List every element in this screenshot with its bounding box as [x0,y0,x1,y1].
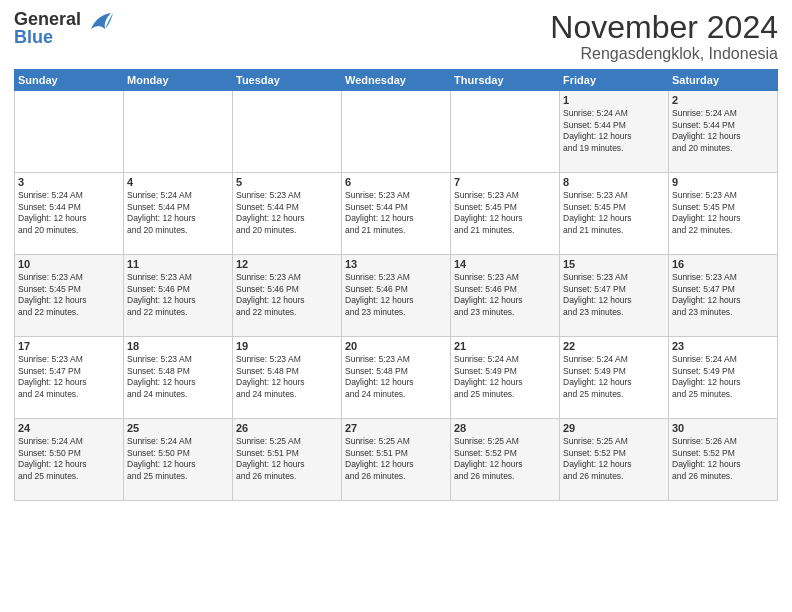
day-info: Sunrise: 5:23 AM Sunset: 5:45 PM Dayligh… [454,190,556,236]
day-info: Sunrise: 5:25 AM Sunset: 5:51 PM Dayligh… [345,436,447,482]
calendar-table: SundayMondayTuesdayWednesdayThursdayFrid… [14,69,778,501]
day-number: 3 [18,176,120,188]
location-title: Rengasdengklok, Indonesia [550,45,778,63]
day-number: 6 [345,176,447,188]
day-number: 8 [563,176,665,188]
day-number: 18 [127,340,229,352]
day-cell: 21Sunrise: 5:24 AM Sunset: 5:49 PM Dayli… [451,337,560,419]
day-number: 14 [454,258,556,270]
week-row-3: 17Sunrise: 5:23 AM Sunset: 5:47 PM Dayli… [15,337,778,419]
day-cell: 29Sunrise: 5:25 AM Sunset: 5:52 PM Dayli… [560,419,669,501]
day-cell: 17Sunrise: 5:23 AM Sunset: 5:47 PM Dayli… [15,337,124,419]
day-info: Sunrise: 5:23 AM Sunset: 5:45 PM Dayligh… [672,190,774,236]
day-cell: 24Sunrise: 5:24 AM Sunset: 5:50 PM Dayli… [15,419,124,501]
day-number: 25 [127,422,229,434]
day-number: 1 [563,94,665,106]
day-number: 12 [236,258,338,270]
day-info: Sunrise: 5:24 AM Sunset: 5:50 PM Dayligh… [18,436,120,482]
day-info: Sunrise: 5:25 AM Sunset: 5:52 PM Dayligh… [454,436,556,482]
day-cell: 26Sunrise: 5:25 AM Sunset: 5:51 PM Dayli… [233,419,342,501]
day-info: Sunrise: 5:23 AM Sunset: 5:46 PM Dayligh… [454,272,556,318]
day-number: 15 [563,258,665,270]
day-cell: 1Sunrise: 5:24 AM Sunset: 5:44 PM Daylig… [560,91,669,173]
day-info: Sunrise: 5:26 AM Sunset: 5:52 PM Dayligh… [672,436,774,482]
weekday-tuesday: Tuesday [233,70,342,91]
month-title: November 2024 [550,10,778,45]
day-info: Sunrise: 5:23 AM Sunset: 5:44 PM Dayligh… [236,190,338,236]
weekday-header-row: SundayMondayTuesdayWednesdayThursdayFrid… [15,70,778,91]
day-number: 10 [18,258,120,270]
weekday-thursday: Thursday [451,70,560,91]
day-info: Sunrise: 5:23 AM Sunset: 5:47 PM Dayligh… [672,272,774,318]
day-cell: 9Sunrise: 5:23 AM Sunset: 5:45 PM Daylig… [669,173,778,255]
day-info: Sunrise: 5:23 AM Sunset: 5:46 PM Dayligh… [236,272,338,318]
weekday-sunday: Sunday [15,70,124,91]
day-number: 29 [563,422,665,434]
day-info: Sunrise: 5:24 AM Sunset: 5:44 PM Dayligh… [18,190,120,236]
day-cell [342,91,451,173]
day-cell: 7Sunrise: 5:23 AM Sunset: 5:45 PM Daylig… [451,173,560,255]
day-cell: 18Sunrise: 5:23 AM Sunset: 5:48 PM Dayli… [124,337,233,419]
day-cell: 11Sunrise: 5:23 AM Sunset: 5:46 PM Dayli… [124,255,233,337]
day-number: 21 [454,340,556,352]
day-cell [15,91,124,173]
day-cell: 14Sunrise: 5:23 AM Sunset: 5:46 PM Dayli… [451,255,560,337]
day-info: Sunrise: 5:23 AM Sunset: 5:46 PM Dayligh… [345,272,447,318]
day-cell: 23Sunrise: 5:24 AM Sunset: 5:49 PM Dayli… [669,337,778,419]
day-info: Sunrise: 5:25 AM Sunset: 5:51 PM Dayligh… [236,436,338,482]
day-number: 24 [18,422,120,434]
day-info: Sunrise: 5:23 AM Sunset: 5:48 PM Dayligh… [127,354,229,400]
day-cell [451,91,560,173]
logo: General Blue [14,10,113,46]
day-cell: 12Sunrise: 5:23 AM Sunset: 5:46 PM Dayli… [233,255,342,337]
weekday-monday: Monday [124,70,233,91]
day-number: 20 [345,340,447,352]
week-row-4: 24Sunrise: 5:24 AM Sunset: 5:50 PM Dayli… [15,419,778,501]
day-number: 22 [563,340,665,352]
day-cell: 6Sunrise: 5:23 AM Sunset: 5:44 PM Daylig… [342,173,451,255]
day-cell: 22Sunrise: 5:24 AM Sunset: 5:49 PM Dayli… [560,337,669,419]
weekday-saturday: Saturday [669,70,778,91]
day-info: Sunrise: 5:24 AM Sunset: 5:50 PM Dayligh… [127,436,229,482]
day-number: 19 [236,340,338,352]
day-info: Sunrise: 5:23 AM Sunset: 5:44 PM Dayligh… [345,190,447,236]
day-info: Sunrise: 5:24 AM Sunset: 5:44 PM Dayligh… [127,190,229,236]
day-cell: 25Sunrise: 5:24 AM Sunset: 5:50 PM Dayli… [124,419,233,501]
day-number: 13 [345,258,447,270]
day-number: 26 [236,422,338,434]
day-number: 28 [454,422,556,434]
day-info: Sunrise: 5:23 AM Sunset: 5:48 PM Dayligh… [236,354,338,400]
day-info: Sunrise: 5:24 AM Sunset: 5:44 PM Dayligh… [563,108,665,154]
title-block: November 2024 Rengasdengklok, Indonesia [550,10,778,63]
day-info: Sunrise: 5:24 AM Sunset: 5:49 PM Dayligh… [563,354,665,400]
day-number: 7 [454,176,556,188]
weekday-wednesday: Wednesday [342,70,451,91]
day-number: 17 [18,340,120,352]
day-info: Sunrise: 5:23 AM Sunset: 5:45 PM Dayligh… [18,272,120,318]
logo-general: General [14,9,81,29]
week-row-0: 1Sunrise: 5:24 AM Sunset: 5:44 PM Daylig… [15,91,778,173]
day-number: 16 [672,258,774,270]
day-number: 30 [672,422,774,434]
day-cell: 8Sunrise: 5:23 AM Sunset: 5:45 PM Daylig… [560,173,669,255]
week-row-1: 3Sunrise: 5:24 AM Sunset: 5:44 PM Daylig… [15,173,778,255]
day-cell: 30Sunrise: 5:26 AM Sunset: 5:52 PM Dayli… [669,419,778,501]
day-number: 9 [672,176,774,188]
weekday-friday: Friday [560,70,669,91]
header: General Blue November 2024 Rengasdengklo… [14,10,778,63]
logo-blue: Blue [14,27,53,47]
day-info: Sunrise: 5:23 AM Sunset: 5:46 PM Dayligh… [127,272,229,318]
page: General Blue November 2024 Rengasdengklo… [0,0,792,612]
day-cell: 27Sunrise: 5:25 AM Sunset: 5:51 PM Dayli… [342,419,451,501]
day-cell [124,91,233,173]
day-cell: 20Sunrise: 5:23 AM Sunset: 5:48 PM Dayli… [342,337,451,419]
day-info: Sunrise: 5:23 AM Sunset: 5:48 PM Dayligh… [345,354,447,400]
day-cell: 19Sunrise: 5:23 AM Sunset: 5:48 PM Dayli… [233,337,342,419]
day-cell: 28Sunrise: 5:25 AM Sunset: 5:52 PM Dayli… [451,419,560,501]
day-cell: 16Sunrise: 5:23 AM Sunset: 5:47 PM Dayli… [669,255,778,337]
day-info: Sunrise: 5:24 AM Sunset: 5:49 PM Dayligh… [672,354,774,400]
day-cell: 2Sunrise: 5:24 AM Sunset: 5:44 PM Daylig… [669,91,778,173]
logo-bird-icon [83,11,113,33]
day-cell: 5Sunrise: 5:23 AM Sunset: 5:44 PM Daylig… [233,173,342,255]
day-info: Sunrise: 5:25 AM Sunset: 5:52 PM Dayligh… [563,436,665,482]
